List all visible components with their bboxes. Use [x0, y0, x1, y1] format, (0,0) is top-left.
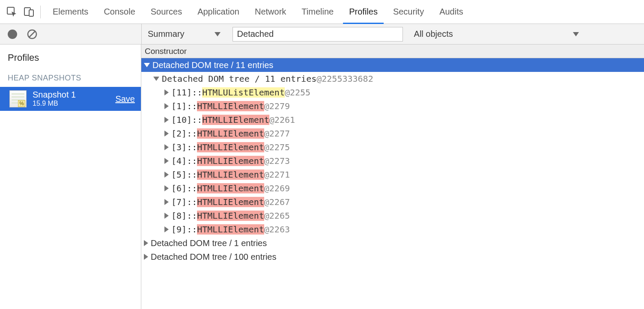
object-class-name: HTMLLIElement — [197, 156, 264, 166]
class-filter-input[interactable] — [233, 27, 403, 42]
object-index: [6] — [171, 183, 187, 193]
tab-console[interactable]: Console — [96, 0, 143, 24]
clear-profiles-icon[interactable] — [27, 29, 38, 40]
object-row[interactable]: [4] :: HTMLLIElement @2273 — [141, 154, 644, 168]
object-id: @2255 — [285, 87, 310, 98]
separator: :: — [187, 101, 197, 111]
record-heap-snapshot-button[interactable] — [8, 30, 17, 39]
constructor-group-row[interactable]: Detached DOM tree / 11 entries @22553336… — [141, 72, 644, 86]
snapshot-name: Snapshot 1 — [33, 90, 76, 100]
object-index: [10] — [171, 115, 192, 125]
disclosure-triangle-icon[interactable] — [164, 117, 169, 123]
group-label: Detached DOM tree / 11 entries — [162, 74, 316, 84]
tab-elements[interactable]: Elements — [45, 0, 96, 24]
separator: :: — [187, 211, 197, 221]
heap-snapshot-view: Constructor Detached DOM tree / 11 entri… — [141, 45, 644, 309]
view-mode-select[interactable]: Summary — [148, 29, 227, 39]
tab-sources[interactable]: Sources — [143, 0, 190, 24]
object-index: [9] — [171, 224, 187, 235]
object-index: [8] — [171, 211, 187, 221]
object-id: @2267 — [264, 197, 290, 207]
object-scope-label: All objects — [414, 29, 453, 39]
object-id: @2279 — [264, 101, 290, 111]
device-toolbar-icon[interactable] — [21, 3, 38, 21]
snapshot-item[interactable]: Snapshot 1 15.9 MB Save — [0, 87, 141, 111]
object-row[interactable]: [5] :: HTMLLIElement @2271 — [141, 168, 644, 181]
object-scope-select[interactable]: All objects — [409, 29, 579, 39]
object-index: [4] — [171, 156, 187, 166]
disclosure-triangle-icon[interactable] — [164, 158, 169, 164]
profiles-sidebar: Profiles HEAP SNAPSHOTS Snapshot 1 15.9 … — [0, 45, 141, 309]
separator: :: — [187, 156, 197, 166]
object-row[interactable]: [9] :: HTMLLIElement @2263 — [141, 223, 644, 236]
object-id: @2277 — [264, 128, 290, 139]
separator: :: — [192, 115, 202, 125]
object-index: [2] — [171, 128, 187, 139]
object-row[interactable]: [6] :: HTMLLIElement @2269 — [141, 181, 644, 195]
object-row[interactable]: [3] :: HTMLLIElement @2275 — [141, 140, 644, 154]
sidebar-title: Profiles — [0, 45, 141, 70]
object-index: [5] — [171, 169, 187, 180]
object-row[interactable]: [2] :: HTMLLIElement @2277 — [141, 127, 644, 140]
disclosure-triangle-icon[interactable] — [164, 172, 169, 178]
view-mode-label: Summary — [148, 29, 185, 39]
disclosure-triangle-icon[interactable] — [153, 77, 159, 81]
disclosure-triangle-icon[interactable] — [144, 63, 150, 67]
object-index: [1] — [171, 101, 187, 111]
object-class-name: HTMLLIElement — [197, 197, 264, 207]
object-id: @2275 — [264, 142, 290, 152]
object-row[interactable]: [11] :: HTMLUListElement @2255 — [141, 86, 644, 99]
inspect-element-icon[interactable] — [3, 3, 21, 21]
constructor-row[interactable]: Detached DOM tree / 1 entries — [141, 236, 644, 250]
separator: :: — [187, 224, 197, 235]
object-class-name: HTMLLIElement — [197, 128, 264, 139]
svg-line-4 — [29, 31, 35, 37]
object-row[interactable]: [7] :: HTMLLIElement @2267 — [141, 195, 644, 209]
constructor-row[interactable]: Detached DOM tree / 100 entries — [141, 250, 644, 264]
tab-audits[interactable]: Audits — [432, 0, 471, 24]
disclosure-triangle-icon[interactable] — [164, 131, 169, 137]
chevron-down-icon — [215, 32, 221, 36]
disclosure-triangle-icon[interactable] — [164, 213, 169, 219]
sidebar-group-heap-snapshots: HEAP SNAPSHOTS — [0, 70, 141, 87]
snapshot-size: 15.9 MB — [33, 100, 76, 107]
svg-rect-2 — [29, 10, 33, 16]
object-row[interactable]: [8] :: HTMLLIElement @2265 — [141, 209, 644, 223]
tab-application[interactable]: Application — [190, 0, 247, 24]
constructor-row-label: Detached DOM tree / 1 entries — [151, 238, 267, 248]
separator: :: — [187, 183, 197, 193]
disclosure-triangle-icon[interactable] — [164, 103, 169, 109]
constructor-row-label: Detached DOM tree / 11 entries — [152, 60, 273, 70]
column-header-constructor[interactable]: Constructor — [141, 45, 644, 58]
object-class-name: HTMLLIElement — [197, 101, 264, 111]
object-index: [3] — [171, 142, 187, 152]
object-id: @2261 — [269, 115, 295, 125]
tab-security[interactable]: Security — [385, 0, 432, 24]
tab-profiles[interactable]: Profiles — [341, 0, 385, 24]
object-class-name: HTMLLIElement — [197, 211, 264, 221]
object-id: @2263 — [264, 224, 290, 235]
heap-snapshot-icon — [9, 90, 27, 107]
tab-network[interactable]: Network — [247, 0, 294, 24]
object-id: @2271 — [264, 169, 290, 180]
disclosure-triangle-icon[interactable] — [144, 254, 148, 260]
disclosure-triangle-icon[interactable] — [144, 240, 148, 246]
disclosure-triangle-icon[interactable] — [164, 89, 169, 95]
tab-timeline[interactable]: Timeline — [294, 0, 341, 24]
constructor-row-selected[interactable]: Detached DOM tree / 11 entries — [141, 58, 644, 72]
object-row[interactable]: [10] :: HTMLLIElement @2261 — [141, 113, 644, 127]
separator: :: — [187, 128, 197, 139]
disclosure-triangle-icon[interactable] — [164, 226, 169, 232]
snapshot-save-link[interactable]: Save — [115, 94, 135, 104]
object-class-name: HTMLLIElement — [197, 169, 264, 180]
constructor-row-label: Detached DOM tree / 100 entries — [151, 252, 276, 262]
disclosure-triangle-icon[interactable] — [164, 199, 169, 205]
separator: :: — [187, 142, 197, 152]
profiles-toolbar: Summary All objects — [0, 24, 644, 45]
tabstrip-divider — [40, 6, 41, 18]
object-class-name: HTMLLIElement — [197, 142, 264, 152]
object-class-name: HTMLLIElement — [202, 115, 269, 125]
disclosure-triangle-icon[interactable] — [164, 144, 169, 150]
disclosure-triangle-icon[interactable] — [164, 185, 169, 191]
object-row[interactable]: [1] :: HTMLLIElement @2279 — [141, 99, 644, 113]
